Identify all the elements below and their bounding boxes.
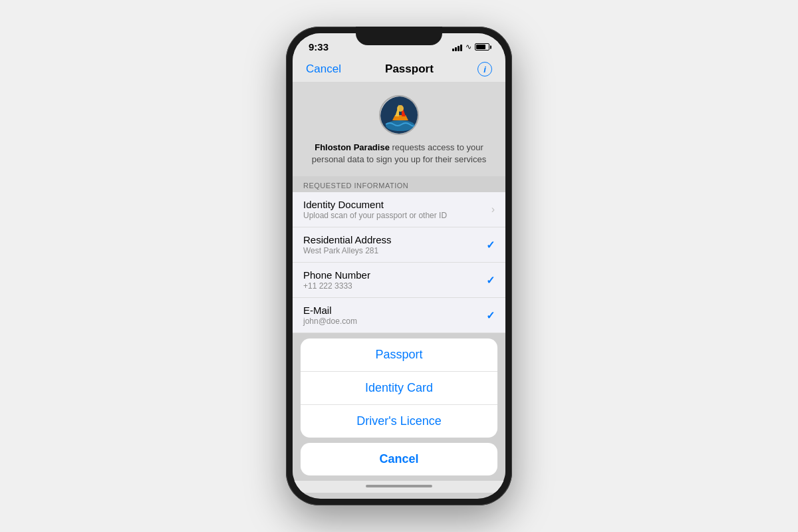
email-row[interactable]: E-Mail john@doe.com ✓ xyxy=(293,298,505,333)
section-header: REQUESTED INFORMATION xyxy=(293,176,505,192)
email-title: E-Mail xyxy=(303,305,486,316)
home-bar xyxy=(366,485,432,487)
wifi-icon: ∿ xyxy=(466,43,471,51)
svg-point-2 xyxy=(397,105,404,112)
checkmark-icon: ✓ xyxy=(486,239,495,251)
identity-document-row[interactable]: Identity Document Upload scan of your pa… xyxy=(293,192,505,227)
passport-option[interactable]: Passport xyxy=(301,338,497,372)
phone-screen: 9:33 ∿ Cancel Passport i xyxy=(293,33,505,499)
identity-document-subtitle: Upload scan of your passport or other ID xyxy=(303,211,491,220)
phone-number-value: +11 222 3333 xyxy=(303,281,486,291)
phone-number-row[interactable]: Phone Number +11 222 3333 ✓ xyxy=(293,263,505,298)
info-button[interactable]: i xyxy=(477,62,492,76)
drivers-licence-option[interactable]: Driver's Licence xyxy=(301,405,497,438)
checkmark-icon-3: ✓ xyxy=(486,309,495,322)
chevron-right-icon: › xyxy=(491,203,495,215)
info-list: Identity Document Upload scan of your pa… xyxy=(293,192,505,333)
app-name: Fhloston Paradise xyxy=(315,142,390,152)
checkmark-icon-2: ✓ xyxy=(486,274,495,287)
signal-icon xyxy=(452,43,462,51)
residential-address-row[interactable]: Residential Address West Park Alleys 281… xyxy=(293,227,505,263)
phone-number-title: Phone Number xyxy=(303,269,486,281)
action-sheet: Passport Identity Card Driver's Licence xyxy=(301,338,497,438)
navigation-bar: Cancel Passport i xyxy=(293,57,505,82)
phone-device: 9:33 ∿ Cancel Passport i xyxy=(286,27,512,505)
home-indicator xyxy=(293,481,505,493)
action-sheet-cancel-button[interactable]: Cancel xyxy=(301,443,497,475)
status-time: 9:33 xyxy=(309,41,329,53)
action-sheet-area: Passport Identity Card Driver's Licence … xyxy=(293,333,505,475)
email-value: john@doe.com xyxy=(303,317,486,326)
identity-document-title: Identity Document xyxy=(303,199,491,210)
app-description: Fhloston Paradise requests access to you… xyxy=(306,142,492,166)
identity-card-option[interactable]: Identity Card xyxy=(301,372,497,405)
logo-section: Fhloston Paradise requests access to you… xyxy=(293,82,505,176)
phone-notch xyxy=(356,27,442,45)
nav-title: Passport xyxy=(385,63,434,76)
residential-address-value: West Park Alleys 281 xyxy=(303,246,486,255)
status-icons: ∿ xyxy=(452,43,489,51)
battery-icon xyxy=(475,43,489,51)
app-logo xyxy=(379,95,419,135)
nav-cancel-button[interactable]: Cancel xyxy=(306,63,341,76)
residential-address-title: Residential Address xyxy=(303,234,486,245)
